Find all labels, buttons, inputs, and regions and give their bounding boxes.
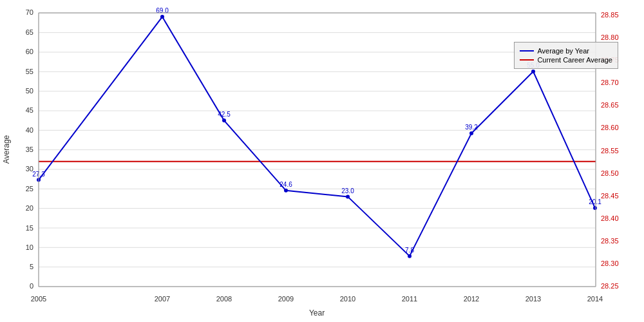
svg-text:2005: 2005 (31, 295, 46, 303)
svg-text:42.5: 42.5 (218, 111, 231, 118)
svg-text:28.60: 28.60 (601, 124, 619, 131)
legend-line-red (520, 59, 534, 61)
svg-text:28.55: 28.55 (601, 147, 619, 155)
legend-item-blue: Average by Year (520, 47, 612, 55)
svg-text:70: 70 (26, 8, 33, 16)
svg-text:60: 60 (26, 48, 33, 55)
svg-text:45: 45 (26, 106, 33, 114)
svg-text:23.0: 23.0 (341, 187, 354, 194)
svg-text:15: 15 (26, 224, 33, 232)
svg-text:28.85: 28.85 (601, 11, 619, 19)
x-axis-label: Year (309, 308, 325, 317)
svg-text:50: 50 (26, 87, 33, 95)
svg-text:39.2: 39.2 (465, 124, 478, 131)
svg-text:10: 10 (26, 243, 33, 251)
svg-text:7.8: 7.8 (405, 247, 414, 254)
svg-text:65: 65 (26, 28, 33, 36)
legend-line-blue (520, 50, 534, 52)
svg-text:28.35: 28.35 (601, 237, 619, 245)
svg-point-61 (531, 70, 535, 73)
legend-label-blue: Average by Year (537, 47, 589, 55)
svg-point-58 (346, 194, 350, 198)
svg-text:20: 20 (26, 204, 33, 212)
svg-text:2014: 2014 (587, 295, 603, 303)
svg-text:28.40: 28.40 (601, 214, 619, 222)
legend-label-red: Current Career Average (537, 56, 612, 64)
svg-text:2011: 2011 (402, 295, 417, 303)
svg-text:28.25: 28.25 (601, 282, 619, 290)
svg-text:40: 40 (26, 126, 33, 134)
svg-text:2007: 2007 (155, 295, 170, 303)
svg-text:28.65: 28.65 (601, 101, 619, 109)
svg-text:20.1: 20.1 (589, 198, 601, 205)
svg-text:2012: 2012 (464, 295, 479, 303)
svg-point-60 (469, 131, 473, 135)
svg-text:28.70: 28.70 (601, 79, 619, 86)
svg-point-57 (284, 189, 288, 193)
svg-text:28.50: 28.50 (601, 169, 619, 177)
svg-text:2009: 2009 (278, 295, 294, 303)
svg-text:24.6: 24.6 (279, 181, 292, 188)
y-axis-left-label: Average (2, 135, 11, 164)
svg-point-55 (160, 15, 164, 19)
chart-legend: Average by Year Current Career Average (514, 42, 618, 69)
svg-text:5: 5 (30, 263, 33, 270)
legend-item-red: Current Career Average (520, 56, 612, 64)
svg-text:28.30: 28.30 (601, 260, 619, 267)
svg-text:55: 55 (26, 68, 33, 75)
svg-text:25: 25 (26, 185, 33, 193)
svg-point-62 (593, 206, 597, 210)
svg-text:2008: 2008 (216, 295, 232, 303)
chart-container: 0 5 10 15 20 25 30 35 40 45 50 55 60 65 … (0, 0, 644, 322)
svg-text:2010: 2010 (340, 295, 355, 303)
svg-point-56 (222, 118, 226, 122)
svg-text:28.45: 28.45 (601, 192, 619, 200)
svg-text:35: 35 (26, 146, 33, 153)
svg-text:2013: 2013 (526, 295, 541, 303)
svg-text:28.80: 28.80 (601, 33, 619, 41)
svg-point-59 (408, 254, 412, 258)
svg-text:0: 0 (30, 282, 33, 290)
